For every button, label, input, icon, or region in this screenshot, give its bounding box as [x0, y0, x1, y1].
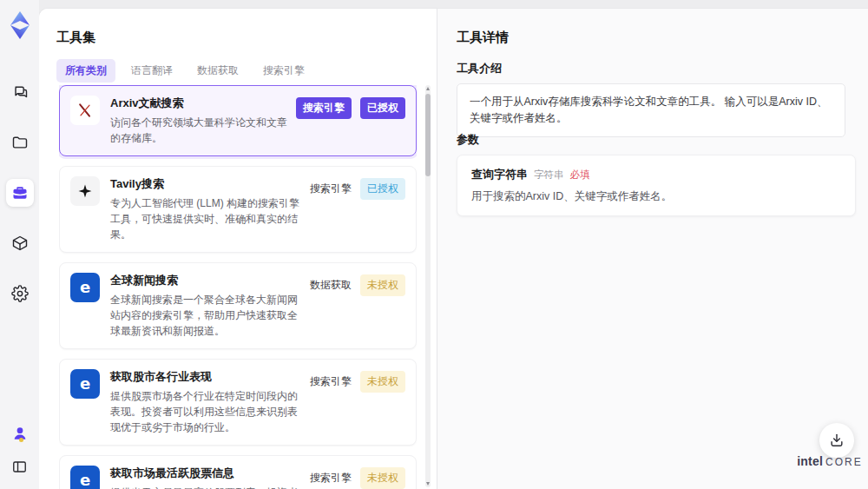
app-logo-icon[interactable]: [7, 10, 33, 40]
cube-icon[interactable]: [6, 229, 34, 257]
download-icon: [828, 432, 845, 449]
auth-badge: 未授权: [360, 467, 405, 489]
tool-description: 专为人工智能代理 (LLM) 构建的搜索引擎工具，可快速提供实时、准确和真实的结…: [110, 195, 303, 242]
intro-heading: 工具介绍: [457, 61, 502, 76]
auth-badge: 已授权: [360, 97, 405, 119]
parameter-card: 查询字符串 字符串 必填 用于搜索的Arxiv ID、关键字或作者姓名。: [457, 155, 856, 216]
folder-icon[interactable]: [6, 129, 34, 156]
auth-badge: 已授权: [360, 178, 405, 200]
tool-card-global-news[interactable]: e 全球新闻搜索 全球新闻搜索是一个聚合全球各大新闻网站内容的搜索引擎，帮助用户…: [59, 262, 417, 349]
category-tabs: 所有类别 语言翻译 数据获取 搜索引擎: [56, 59, 313, 83]
finance-logo-icon: e: [70, 369, 100, 399]
panel-toggle-icon[interactable]: [10, 456, 30, 477]
chat-icon[interactable]: [6, 78, 34, 106]
tool-description: 全球新闻搜索是一个聚合全球各大新闻网站内容的搜索引擎，帮助用户快速获取全球最新资…: [110, 292, 303, 339]
tool-card-sector-performance[interactable]: e 获取股市各行业表现 提供股票市场各个行业在特定时间段内的表现。投资者可以利用…: [59, 359, 417, 446]
download-button[interactable]: [819, 423, 854, 458]
category-badge: 搜索引擎: [310, 371, 352, 393]
scrollbar[interactable]: [425, 85, 431, 487]
category-badge: 搜索引擎: [296, 97, 352, 119]
tools-panel: 工具集 所有类别 语言翻译 数据获取 搜索引擎 Arxiv文献搜索 访问各个研究…: [39, 9, 436, 489]
news-logo-icon: e: [70, 273, 100, 302]
scroll-down-arrow[interactable]: [426, 482, 430, 486]
tool-title: Arxiv文献搜索: [110, 96, 289, 111]
finance-logo-icon: e: [70, 466, 100, 489]
arxiv-logo-icon: [70, 96, 100, 125]
user-icon[interactable]: [10, 423, 30, 444]
page-title: 工具集: [56, 30, 95, 46]
tool-title: 获取市场最活跃股票信息: [110, 466, 303, 481]
tool-title: Tavily搜索: [110, 176, 303, 192]
param-description: 用于搜索的Arxiv ID、关键字或作者姓名。: [471, 189, 841, 204]
category-badge: 数据获取: [310, 274, 352, 296]
tab-data-fetch[interactable]: 数据获取: [188, 59, 247, 83]
tool-description: 提供当天交易量最高的股票列表，投资者可以利用这些信息来识别流动性强的股票和潜在的…: [110, 485, 303, 489]
tool-title: 全球新闻搜索: [110, 273, 303, 288]
param-type: 字符串: [534, 169, 564, 182]
detail-title: 工具详情: [457, 30, 509, 46]
gear-icon[interactable]: [6, 280, 34, 307]
icon-rail: [0, 0, 39, 489]
tool-title: 获取股市各行业表现: [110, 369, 303, 385]
status-dot: [19, 438, 23, 442]
briefcase-icon[interactable]: [6, 179, 34, 207]
category-badge: 搜索引擎: [310, 467, 352, 489]
auth-badge: 未授权: [360, 274, 405, 296]
scrollbar-thumb[interactable]: [425, 94, 431, 176]
tool-description: 提供股票市场各个行业在特定时间段内的表现。投资者可以利用这些信息来识别表现优于或…: [110, 388, 303, 435]
category-badge: 搜索引擎: [310, 178, 352, 200]
core-wordmark: CORE: [825, 456, 863, 468]
tool-card-tavily[interactable]: Tavily搜索 专为人工智能代理 (LLM) 构建的搜索引擎工具，可快速提供实…: [59, 166, 417, 253]
intel-wordmark: intel: [797, 454, 823, 468]
auth-badge: 未授权: [360, 371, 405, 393]
main-content: 工具集 所有类别 语言翻译 数据获取 搜索引擎 Arxiv文献搜索 访问各个研究…: [39, 9, 868, 489]
tool-intro-text: 一个用于从Arxiv存储库搜索科学论文和文章的工具。 输入可以是Arxiv ID…: [457, 83, 845, 137]
params-heading: 参数: [457, 132, 479, 148]
tool-description: 访问各个研究领域大量科学论文和文章的存储库。: [110, 115, 289, 146]
tool-card-arxiv[interactable]: Arxiv文献搜索 访问各个研究领域大量科学论文和文章的存储库。 搜索引擎 已授…: [59, 85, 417, 156]
tool-card-active-stocks[interactable]: e 获取市场最活跃股票信息 提供当天交易量最高的股票列表，投资者可以利用这些信息…: [59, 455, 417, 489]
tab-search-engine[interactable]: 搜索引擎: [254, 59, 313, 83]
intel-core-logo: intel CORE: [797, 454, 863, 468]
tool-list: Arxiv文献搜索 访问各个研究领域大量科学论文和文章的存储库。 搜索引擎 已授…: [59, 85, 417, 489]
tab-all-categories[interactable]: 所有类别: [56, 59, 115, 83]
tab-language-translation[interactable]: 语言翻译: [122, 59, 181, 83]
scroll-up-arrow[interactable]: [426, 87, 430, 90]
tavily-logo-icon: [70, 176, 100, 206]
param-required-flag: 必填: [570, 169, 590, 182]
tool-detail-panel: 工具详情 工具介绍 一个用于从Arxiv存储库搜索科学论文和文章的工具。 输入可…: [437, 9, 868, 489]
param-name: 查询字符串: [471, 167, 528, 182]
